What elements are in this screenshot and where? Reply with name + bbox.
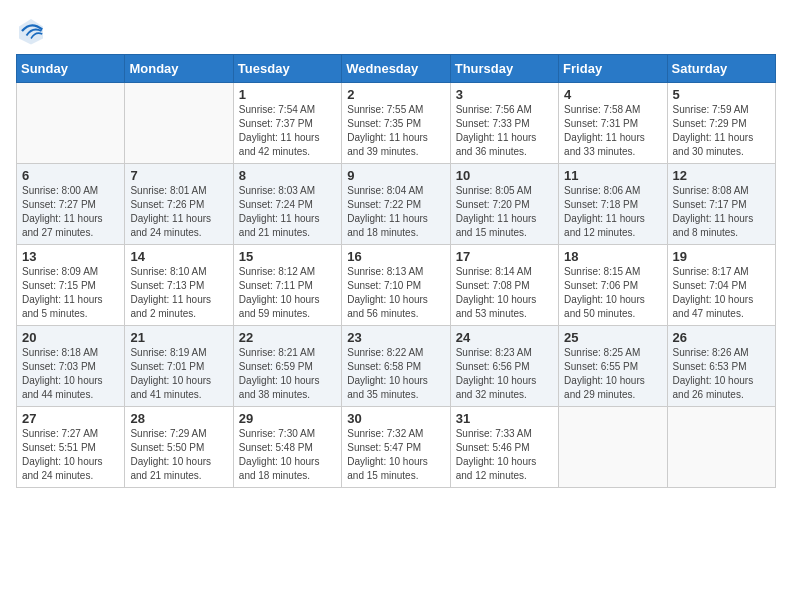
day-number: 28 [130, 411, 227, 426]
day-info: Sunrise: 8:19 AMSunset: 7:01 PMDaylight:… [130, 346, 227, 402]
day-info: Sunrise: 8:22 AMSunset: 6:58 PMDaylight:… [347, 346, 444, 402]
header-cell-thursday: Thursday [450, 55, 558, 83]
day-info: Sunrise: 8:00 AMSunset: 7:27 PMDaylight:… [22, 184, 119, 240]
day-number: 21 [130, 330, 227, 345]
week-row: 20Sunrise: 8:18 AMSunset: 7:03 PMDayligh… [17, 326, 776, 407]
calendar-cell: 6Sunrise: 8:00 AMSunset: 7:27 PMDaylight… [17, 164, 125, 245]
page-header [16, 16, 776, 46]
week-row: 13Sunrise: 8:09 AMSunset: 7:15 PMDayligh… [17, 245, 776, 326]
calendar-cell: 19Sunrise: 8:17 AMSunset: 7:04 PMDayligh… [667, 245, 775, 326]
day-info: Sunrise: 8:26 AMSunset: 6:53 PMDaylight:… [673, 346, 770, 402]
day-info: Sunrise: 7:56 AMSunset: 7:33 PMDaylight:… [456, 103, 553, 159]
week-row: 1Sunrise: 7:54 AMSunset: 7:37 PMDaylight… [17, 83, 776, 164]
calendar-cell [667, 407, 775, 488]
week-row: 27Sunrise: 7:27 AMSunset: 5:51 PMDayligh… [17, 407, 776, 488]
calendar-cell: 5Sunrise: 7:59 AMSunset: 7:29 PMDaylight… [667, 83, 775, 164]
calendar-cell: 26Sunrise: 8:26 AMSunset: 6:53 PMDayligh… [667, 326, 775, 407]
day-number: 14 [130, 249, 227, 264]
calendar-cell: 4Sunrise: 7:58 AMSunset: 7:31 PMDaylight… [559, 83, 667, 164]
calendar-cell: 13Sunrise: 8:09 AMSunset: 7:15 PMDayligh… [17, 245, 125, 326]
day-number: 10 [456, 168, 553, 183]
day-info: Sunrise: 8:09 AMSunset: 7:15 PMDaylight:… [22, 265, 119, 321]
day-number: 11 [564, 168, 661, 183]
day-number: 17 [456, 249, 553, 264]
day-number: 8 [239, 168, 336, 183]
calendar-cell: 7Sunrise: 8:01 AMSunset: 7:26 PMDaylight… [125, 164, 233, 245]
calendar-cell: 25Sunrise: 8:25 AMSunset: 6:55 PMDayligh… [559, 326, 667, 407]
day-info: Sunrise: 8:08 AMSunset: 7:17 PMDaylight:… [673, 184, 770, 240]
calendar-cell: 2Sunrise: 7:55 AMSunset: 7:35 PMDaylight… [342, 83, 450, 164]
day-number: 22 [239, 330, 336, 345]
day-info: Sunrise: 8:18 AMSunset: 7:03 PMDaylight:… [22, 346, 119, 402]
day-number: 31 [456, 411, 553, 426]
day-info: Sunrise: 8:23 AMSunset: 6:56 PMDaylight:… [456, 346, 553, 402]
calendar-cell: 30Sunrise: 7:32 AMSunset: 5:47 PMDayligh… [342, 407, 450, 488]
day-info: Sunrise: 8:17 AMSunset: 7:04 PMDaylight:… [673, 265, 770, 321]
calendar-cell: 23Sunrise: 8:22 AMSunset: 6:58 PMDayligh… [342, 326, 450, 407]
calendar-cell [125, 83, 233, 164]
day-number: 15 [239, 249, 336, 264]
header-cell-monday: Monday [125, 55, 233, 83]
day-info: Sunrise: 8:13 AMSunset: 7:10 PMDaylight:… [347, 265, 444, 321]
calendar-cell: 14Sunrise: 8:10 AMSunset: 7:13 PMDayligh… [125, 245, 233, 326]
calendar-cell: 17Sunrise: 8:14 AMSunset: 7:08 PMDayligh… [450, 245, 558, 326]
calendar-cell [559, 407, 667, 488]
day-info: Sunrise: 8:12 AMSunset: 7:11 PMDaylight:… [239, 265, 336, 321]
day-number: 18 [564, 249, 661, 264]
calendar-cell: 22Sunrise: 8:21 AMSunset: 6:59 PMDayligh… [233, 326, 341, 407]
day-info: Sunrise: 8:15 AMSunset: 7:06 PMDaylight:… [564, 265, 661, 321]
day-number: 27 [22, 411, 119, 426]
day-number: 5 [673, 87, 770, 102]
day-number: 12 [673, 168, 770, 183]
day-info: Sunrise: 8:06 AMSunset: 7:18 PMDaylight:… [564, 184, 661, 240]
calendar-cell: 10Sunrise: 8:05 AMSunset: 7:20 PMDayligh… [450, 164, 558, 245]
header-cell-sunday: Sunday [17, 55, 125, 83]
calendar-cell: 18Sunrise: 8:15 AMSunset: 7:06 PMDayligh… [559, 245, 667, 326]
day-info: Sunrise: 7:54 AMSunset: 7:37 PMDaylight:… [239, 103, 336, 159]
day-number: 26 [673, 330, 770, 345]
day-number: 6 [22, 168, 119, 183]
day-info: Sunrise: 8:21 AMSunset: 6:59 PMDaylight:… [239, 346, 336, 402]
day-number: 9 [347, 168, 444, 183]
day-info: Sunrise: 7:32 AMSunset: 5:47 PMDaylight:… [347, 427, 444, 483]
day-number: 2 [347, 87, 444, 102]
day-number: 13 [22, 249, 119, 264]
day-info: Sunrise: 8:25 AMSunset: 6:55 PMDaylight:… [564, 346, 661, 402]
calendar-cell: 9Sunrise: 8:04 AMSunset: 7:22 PMDaylight… [342, 164, 450, 245]
day-number: 16 [347, 249, 444, 264]
calendar-cell: 15Sunrise: 8:12 AMSunset: 7:11 PMDayligh… [233, 245, 341, 326]
logo [16, 16, 50, 46]
day-info: Sunrise: 7:55 AMSunset: 7:35 PMDaylight:… [347, 103, 444, 159]
day-number: 25 [564, 330, 661, 345]
calendar-cell: 20Sunrise: 8:18 AMSunset: 7:03 PMDayligh… [17, 326, 125, 407]
calendar-cell: 31Sunrise: 7:33 AMSunset: 5:46 PMDayligh… [450, 407, 558, 488]
day-info: Sunrise: 8:03 AMSunset: 7:24 PMDaylight:… [239, 184, 336, 240]
calendar-cell: 3Sunrise: 7:56 AMSunset: 7:33 PMDaylight… [450, 83, 558, 164]
day-number: 24 [456, 330, 553, 345]
calendar-cell: 28Sunrise: 7:29 AMSunset: 5:50 PMDayligh… [125, 407, 233, 488]
day-info: Sunrise: 7:33 AMSunset: 5:46 PMDaylight:… [456, 427, 553, 483]
header-row: SundayMondayTuesdayWednesdayThursdayFrid… [17, 55, 776, 83]
calendar-cell: 29Sunrise: 7:30 AMSunset: 5:48 PMDayligh… [233, 407, 341, 488]
logo-icon [16, 16, 46, 46]
day-info: Sunrise: 7:58 AMSunset: 7:31 PMDaylight:… [564, 103, 661, 159]
calendar-cell: 12Sunrise: 8:08 AMSunset: 7:17 PMDayligh… [667, 164, 775, 245]
calendar-cell: 1Sunrise: 7:54 AMSunset: 7:37 PMDaylight… [233, 83, 341, 164]
day-info: Sunrise: 8:05 AMSunset: 7:20 PMDaylight:… [456, 184, 553, 240]
header-cell-tuesday: Tuesday [233, 55, 341, 83]
day-number: 30 [347, 411, 444, 426]
day-info: Sunrise: 7:59 AMSunset: 7:29 PMDaylight:… [673, 103, 770, 159]
calendar-cell: 11Sunrise: 8:06 AMSunset: 7:18 PMDayligh… [559, 164, 667, 245]
day-info: Sunrise: 7:30 AMSunset: 5:48 PMDaylight:… [239, 427, 336, 483]
day-number: 20 [22, 330, 119, 345]
calendar-cell: 21Sunrise: 8:19 AMSunset: 7:01 PMDayligh… [125, 326, 233, 407]
day-number: 7 [130, 168, 227, 183]
day-number: 3 [456, 87, 553, 102]
calendar-table: SundayMondayTuesdayWednesdayThursdayFrid… [16, 54, 776, 488]
day-number: 23 [347, 330, 444, 345]
header-cell-friday: Friday [559, 55, 667, 83]
day-info: Sunrise: 8:14 AMSunset: 7:08 PMDaylight:… [456, 265, 553, 321]
week-row: 6Sunrise: 8:00 AMSunset: 7:27 PMDaylight… [17, 164, 776, 245]
day-number: 1 [239, 87, 336, 102]
day-info: Sunrise: 7:27 AMSunset: 5:51 PMDaylight:… [22, 427, 119, 483]
